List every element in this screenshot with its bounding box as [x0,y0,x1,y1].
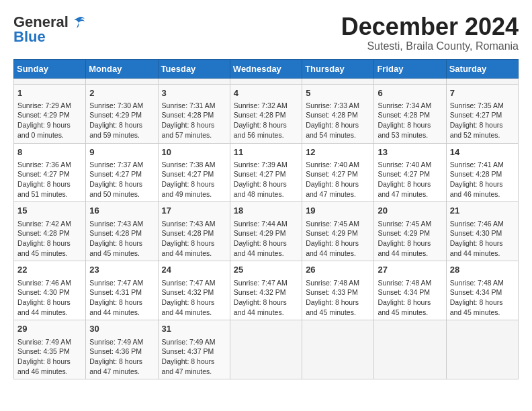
logo-bird-icon [71,15,86,30]
calendar-day-cell: 26Sunrise: 7:48 AM Sunset: 4:33 PM Dayli… [302,261,374,320]
calendar-day-cell [230,320,302,379]
calendar-week-row [14,78,519,84]
day-number: 27 [378,264,442,276]
calendar-day-cell: 18Sunrise: 7:44 AM Sunset: 4:29 PM Dayli… [230,202,302,261]
day-number: 19 [306,205,370,217]
month-title: December 2024 [341,13,519,40]
calendar-day-cell: 12Sunrise: 7:40 AM Sunset: 4:27 PM Dayli… [302,143,374,202]
day-info: Sunrise: 7:37 AM Sunset: 4:27 PM Dayligh… [89,161,143,198]
calendar-day-cell: 11Sunrise: 7:39 AM Sunset: 4:27 PM Dayli… [230,143,302,202]
day-info: Sunrise: 7:45 AM Sunset: 4:29 PM Dayligh… [306,220,359,257]
day-number: 12 [306,146,370,158]
calendar-day-cell [14,78,86,84]
day-info: Sunrise: 7:48 AM Sunset: 4:34 PM Dayligh… [450,279,504,316]
day-number: 17 [162,205,226,217]
page-header: General Blue December 2024 Sutesti, Brai… [13,13,519,52]
day-number: 28 [450,264,515,276]
calendar-day-cell: 5Sunrise: 7:33 AM Sunset: 4:28 PM Daylig… [302,84,374,143]
day-info: Sunrise: 7:36 AM Sunset: 4:27 PM Dayligh… [17,161,71,198]
day-info: Sunrise: 7:48 AM Sunset: 4:34 PM Dayligh… [378,279,431,316]
calendar-day-cell: 28Sunrise: 7:48 AM Sunset: 4:34 PM Dayli… [446,261,518,320]
day-info: Sunrise: 7:42 AM Sunset: 4:28 PM Dayligh… [17,220,71,257]
calendar-week-row: 29Sunrise: 7:49 AM Sunset: 4:35 PM Dayli… [14,320,519,379]
day-info: Sunrise: 7:46 AM Sunset: 4:30 PM Dayligh… [450,220,504,257]
day-number: 10 [162,146,226,158]
calendar-day-cell: 14Sunrise: 7:41 AM Sunset: 4:28 PM Dayli… [446,143,518,202]
day-number: 9 [89,146,154,158]
calendar-day-cell: 30Sunrise: 7:49 AM Sunset: 4:36 PM Dayli… [86,320,158,379]
day-info: Sunrise: 7:33 AM Sunset: 4:28 PM Dayligh… [306,101,359,139]
calendar-table: SundayMondayTuesdayWednesdayThursdayFrid… [13,59,519,380]
day-number: 15 [17,205,82,217]
calendar-day-cell: 27Sunrise: 7:48 AM Sunset: 4:34 PM Dayli… [374,261,446,320]
calendar-day-cell [446,320,518,379]
calendar-header-row: SundayMondayTuesdayWednesdayThursdayFrid… [14,59,519,78]
day-info: Sunrise: 7:43 AM Sunset: 4:28 PM Dayligh… [162,220,216,257]
day-number: 24 [162,264,226,276]
calendar-header-thursday: Thursday [302,59,374,78]
calendar-day-cell: 2Sunrise: 7:30 AM Sunset: 4:29 PM Daylig… [86,84,158,143]
day-info: Sunrise: 7:47 AM Sunset: 4:32 PM Dayligh… [234,279,287,316]
day-info: Sunrise: 7:40 AM Sunset: 4:27 PM Dayligh… [306,161,359,198]
calendar-day-cell: 24Sunrise: 7:47 AM Sunset: 4:32 PM Dayli… [158,261,230,320]
day-info: Sunrise: 7:49 AM Sunset: 4:37 PM Dayligh… [162,338,216,375]
title-area: December 2024 Sutesti, Braila County, Ro… [341,13,519,52]
calendar-header-saturday: Saturday [446,59,518,78]
calendar-day-cell: 31Sunrise: 7:49 AM Sunset: 4:37 PM Dayli… [158,320,230,379]
day-info: Sunrise: 7:41 AM Sunset: 4:28 PM Dayligh… [450,161,504,198]
calendar-day-cell [230,78,302,84]
calendar-day-cell [158,78,230,84]
calendar-day-cell: 19Sunrise: 7:45 AM Sunset: 4:29 PM Dayli… [302,202,374,261]
calendar-header-friday: Friday [374,59,446,78]
day-number: 3 [162,87,226,99]
day-number: 11 [234,146,298,158]
day-number: 6 [378,87,442,99]
calendar-header-wednesday: Wednesday [230,59,302,78]
day-info: Sunrise: 7:46 AM Sunset: 4:30 PM Dayligh… [17,279,71,316]
calendar-day-cell [446,78,518,84]
day-info: Sunrise: 7:47 AM Sunset: 4:32 PM Dayligh… [162,279,216,316]
day-number: 13 [378,146,442,158]
day-number: 14 [450,146,515,158]
logo-blue: Blue [13,28,46,46]
day-number: 4 [234,87,298,99]
calendar-header-tuesday: Tuesday [158,59,230,78]
calendar-day-cell: 8Sunrise: 7:36 AM Sunset: 4:27 PM Daylig… [14,143,86,202]
day-number: 23 [89,264,154,276]
day-number: 30 [89,323,154,335]
calendar-day-cell: 6Sunrise: 7:34 AM Sunset: 4:28 PM Daylig… [374,84,446,143]
day-number: 26 [306,264,370,276]
calendar-day-cell [374,320,446,379]
day-info: Sunrise: 7:35 AM Sunset: 4:27 PM Dayligh… [450,101,504,139]
day-number: 8 [17,146,82,158]
calendar-day-cell: 17Sunrise: 7:43 AM Sunset: 4:28 PM Dayli… [158,202,230,261]
day-number: 21 [450,205,515,217]
calendar-day-cell [302,78,374,84]
calendar-week-row: 22Sunrise: 7:46 AM Sunset: 4:30 PM Dayli… [14,261,519,320]
calendar-header-monday: Monday [86,59,158,78]
calendar-day-cell: 13Sunrise: 7:40 AM Sunset: 4:27 PM Dayli… [374,143,446,202]
day-number: 22 [17,264,82,276]
day-info: Sunrise: 7:49 AM Sunset: 4:35 PM Dayligh… [17,338,71,375]
day-number: 29 [17,323,82,335]
calendar-week-row: 15Sunrise: 7:42 AM Sunset: 4:28 PM Dayli… [14,202,519,261]
day-info: Sunrise: 7:48 AM Sunset: 4:33 PM Dayligh… [306,279,359,316]
calendar-day-cell: 22Sunrise: 7:46 AM Sunset: 4:30 PM Dayli… [14,261,86,320]
calendar-day-cell: 21Sunrise: 7:46 AM Sunset: 4:30 PM Dayli… [446,202,518,261]
day-number: 2 [89,87,154,99]
calendar-day-cell: 9Sunrise: 7:37 AM Sunset: 4:27 PM Daylig… [86,143,158,202]
calendar-day-cell: 15Sunrise: 7:42 AM Sunset: 4:28 PM Dayli… [14,202,86,261]
day-info: Sunrise: 7:40 AM Sunset: 4:27 PM Dayligh… [378,161,431,198]
calendar-week-row: 8Sunrise: 7:36 AM Sunset: 4:27 PM Daylig… [14,143,519,202]
day-number: 25 [234,264,298,276]
day-number: 16 [89,205,154,217]
calendar-day-cell [86,78,158,84]
day-number: 1 [17,87,82,99]
day-info: Sunrise: 7:45 AM Sunset: 4:29 PM Dayligh… [378,220,431,257]
day-info: Sunrise: 7:44 AM Sunset: 4:29 PM Dayligh… [234,220,287,257]
calendar-header-sunday: Sunday [14,59,86,78]
calendar-day-cell: 4Sunrise: 7:32 AM Sunset: 4:28 PM Daylig… [230,84,302,143]
day-number: 5 [306,87,370,99]
calendar-day-cell: 16Sunrise: 7:43 AM Sunset: 4:28 PM Dayli… [86,202,158,261]
day-info: Sunrise: 7:39 AM Sunset: 4:27 PM Dayligh… [234,161,287,198]
